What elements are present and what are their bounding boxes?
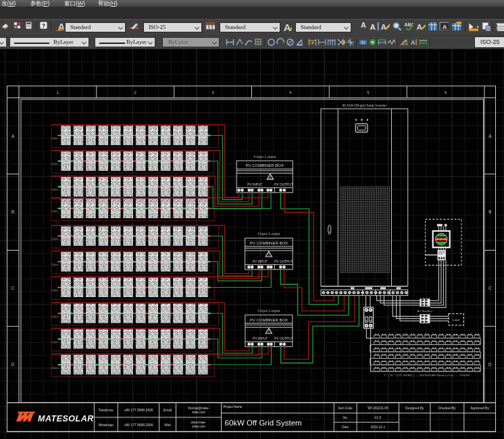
svg-text:PV OUTPUT: PV OUTPUT (274, 183, 293, 186)
svg-text:1: 1 (57, 91, 59, 95)
svg-text:WhatsApp: WhatsApp (99, 423, 114, 427)
svg-text:solar.com: solar.com (192, 411, 205, 414)
svg-text:12pcs: 12pcs (51, 237, 59, 240)
svg-text:B: B (11, 209, 14, 214)
svg-text:3 * [ 30 * (12V 200Ah) ] --: 3 * [ 30 * (12V 200Ah) ] -- 360V/600AH B… (384, 373, 470, 377)
svg-text:MATESOLAR: MATESOLAR (38, 414, 94, 423)
svg-text:12pcs: 12pcs (51, 288, 59, 292)
svg-text:Approved By: Approved By (470, 407, 489, 410)
svg-text:+86 177 5698 2906: +86 177 5698 2906 (124, 408, 153, 412)
svg-text:5: 5 (367, 91, 370, 95)
svg-text:2: 2 (134, 91, 137, 95)
svg-text:PV INPUT: PV INPUT (247, 183, 262, 186)
svg-text:A: A (11, 134, 15, 138)
svg-text:A: A (370, 22, 376, 30)
svg-text:+86 177 5698 2906: +86 177 5698 2906 (124, 423, 153, 427)
svg-text:Load: Load (453, 318, 459, 321)
svg-text:Checked By: Checked By (438, 407, 456, 410)
svg-text:PV OUTPUT: PV OUTPUT (274, 260, 293, 263)
svg-text:D: D (11, 362, 15, 367)
svg-text:12pcs: 12pcs (51, 315, 59, 318)
svg-text:AC Breaker: AC Breaker (418, 309, 433, 313)
svg-text:4 Input 1 output: 4 Input 1 output (253, 155, 276, 159)
svg-text:3 Input 1 output: 3 Input 1 output (257, 232, 280, 236)
svg-text:PV INPUT: PV INPUT (253, 337, 268, 340)
svg-text:D: D (488, 362, 492, 367)
svg-text:2022-11-1: 2022-11-1 (371, 425, 386, 429)
svg-text:12pcs: 12pcs (51, 162, 59, 165)
svg-text:?: ? (41, 22, 45, 29)
svg-text:A: A (381, 22, 387, 30)
svg-text:6: 6 (445, 91, 447, 95)
svg-text:SP-202211-05: SP-202211-05 (368, 407, 388, 410)
svg-text:12pcs: 12pcs (51, 209, 59, 213)
svg-text:Ver.: Ver. (343, 416, 348, 419)
svg-text:Date: Date (342, 425, 349, 429)
svg-text:A: A (417, 22, 423, 30)
svg-text:thomas@mate-: thomas@mate- (188, 407, 209, 410)
svg-text:C: C (11, 286, 15, 290)
svg-text:31: 31 (361, 41, 366, 45)
svg-text:PV COMBINER BOX: PV COMBINER BOX (250, 318, 288, 322)
svg-text:PV OUTPUT: PV OUTPUT (274, 337, 293, 340)
svg-text:12pcs: 12pcs (51, 263, 59, 266)
svg-text:!: ! (270, 176, 271, 180)
svg-text:12pcs: 12pcs (51, 136, 59, 140)
svg-text:3: 3 (211, 91, 214, 95)
svg-text:3 Input 1 output: 3 Input 1 output (257, 309, 280, 313)
svg-text:!: ! (268, 330, 270, 334)
svg-text:Item Code: Item Code (338, 407, 353, 410)
svg-text:solar.com: solar.com (192, 425, 205, 428)
svg-text:Project Name: Project Name (224, 405, 243, 409)
svg-text:C: C (488, 286, 492, 290)
svg-text:V1.0: V1.0 (374, 416, 381, 419)
svg-text:Email: Email (163, 409, 172, 412)
svg-text:!: ! (268, 253, 270, 257)
svg-text:A: A (443, 24, 447, 30)
svg-text:Web: Web (164, 423, 171, 427)
svg-text:Telephone: Telephone (99, 409, 114, 412)
svg-text:PV INPUT: PV INPUT (253, 260, 268, 263)
svg-text:4: 4 (289, 91, 292, 95)
svg-text:60 KVA Off-grid Solar Inverter: 60 KVA Off-grid Solar Inverter (343, 103, 387, 107)
svg-text:B: B (488, 209, 491, 214)
svg-text:PV COMBINER BOX: PV COMBINER BOX (246, 163, 284, 167)
svg-text:A: A (411, 39, 415, 46)
svg-text:12pcs: 12pcs (51, 340, 59, 344)
svg-text:www.mate-: www.mate- (191, 421, 207, 424)
svg-text:12pcs: 12pcs (51, 366, 59, 369)
svg-text:A: A (488, 134, 492, 138)
svg-text:12pcs: 12pcs (51, 188, 59, 191)
svg-text:PV COMBINER BOX: PV COMBINER BOX (250, 241, 288, 245)
svg-text:60kW Off Grid System: 60kW Off Grid System (225, 419, 302, 427)
svg-text:Designed By: Designed By (405, 407, 424, 410)
